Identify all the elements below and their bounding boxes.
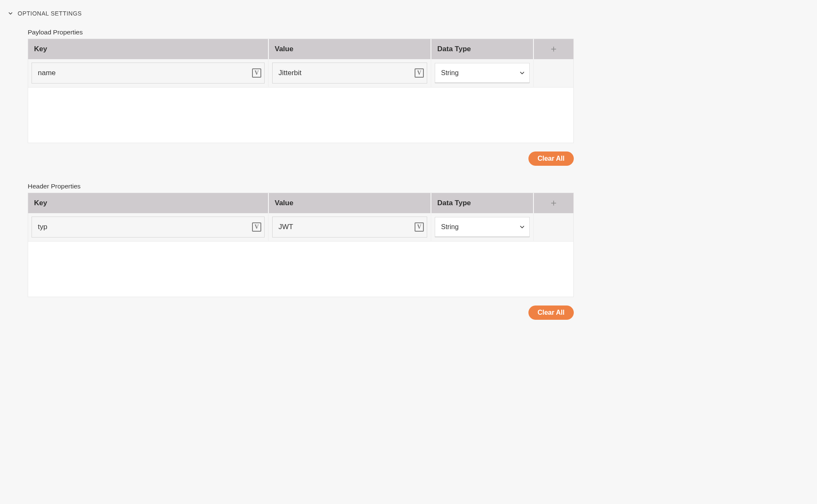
payload-table-header: Key Value Data Type — [28, 39, 573, 59]
chevron-down-icon — [8, 10, 13, 16]
variable-picker-icon[interactable]: V — [252, 68, 261, 78]
payload-properties-table: Key Value Data Type V — [28, 39, 574, 88]
clear-all-button[interactable]: Clear All — [528, 306, 574, 320]
value-input[interactable] — [272, 217, 427, 238]
table-row: V V String — [28, 59, 573, 88]
clear-all-button[interactable]: Clear All — [528, 151, 574, 166]
column-header-key: Key — [28, 39, 269, 59]
cell-value: V — [269, 213, 431, 241]
header-table-body: V V String — [28, 213, 573, 242]
payload-properties-block: Payload Properties Key Value Data Type V — [28, 29, 574, 166]
payload-table-spacer — [28, 88, 574, 143]
header-properties-table: Key Value Data Type V — [28, 193, 574, 242]
table-row: V V String — [28, 213, 573, 242]
variable-picker-icon[interactable]: V — [252, 222, 261, 232]
add-row-button[interactable] — [534, 193, 573, 213]
key-input[interactable] — [32, 217, 265, 238]
cell-datatype: String — [431, 59, 534, 87]
header-table-spacer — [28, 242, 574, 297]
datatype-select[interactable]: String — [435, 217, 530, 237]
section-title: OPTIONAL SETTINGS — [18, 10, 82, 17]
datatype-select[interactable]: String — [435, 63, 530, 83]
variable-picker-icon[interactable]: V — [415, 68, 424, 78]
column-header-datatype: Data Type — [431, 193, 534, 213]
variable-picker-icon[interactable]: V — [415, 222, 424, 232]
column-header-datatype: Data Type — [431, 39, 534, 59]
column-header-key: Key — [28, 193, 269, 213]
cell-key: V — [28, 59, 269, 87]
section-collapse-header[interactable]: OPTIONAL SETTINGS — [8, 10, 576, 17]
cell-actions — [534, 59, 573, 87]
header-properties-block: Header Properties Key Value Data Type V — [28, 183, 574, 320]
header-properties-label: Header Properties — [28, 183, 574, 190]
plus-icon — [550, 199, 557, 207]
key-input[interactable] — [32, 63, 265, 84]
column-header-value: Value — [269, 39, 431, 59]
cell-key: V — [28, 213, 269, 241]
cell-actions — [534, 213, 573, 241]
cell-value: V — [269, 59, 431, 87]
value-input[interactable] — [272, 63, 427, 84]
add-row-button[interactable] — [534, 39, 573, 59]
payload-properties-label: Payload Properties — [28, 29, 574, 36]
plus-icon — [550, 45, 557, 53]
header-table-header: Key Value Data Type — [28, 193, 573, 213]
payload-table-body: V V String — [28, 59, 573, 88]
cell-datatype: String — [431, 213, 534, 241]
column-header-value: Value — [269, 193, 431, 213]
